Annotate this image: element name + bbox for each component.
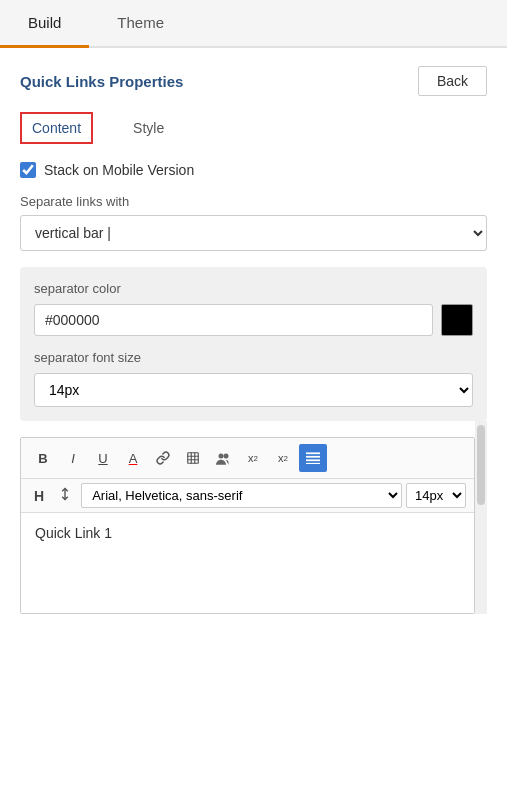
header-row: Quick Links Properties Back xyxy=(20,66,487,96)
line-height-button[interactable] xyxy=(53,484,77,507)
editor-font-size-select[interactable]: 14px 8px 10px 12px 16px 18px 20px 24px xyxy=(406,483,466,508)
separator-color-label: separator color xyxy=(34,281,473,296)
separator-settings-panel: separator color separator font size 14px… xyxy=(20,267,487,421)
editor-container: B I U A xyxy=(20,437,475,614)
editor-toolbar-row1: B I U A xyxy=(21,438,474,479)
stack-mobile-row: Stack on Mobile Version xyxy=(20,162,487,178)
svg-rect-10 xyxy=(306,463,320,464)
link-button[interactable] xyxy=(149,444,177,472)
users-button[interactable] xyxy=(209,444,237,472)
bold-button[interactable]: B xyxy=(29,444,57,472)
page-title: Quick Links Properties xyxy=(20,73,183,90)
editor-outer: B I U A xyxy=(20,421,487,614)
sub-tabs: Content Style xyxy=(20,112,487,144)
svg-point-6 xyxy=(223,453,228,458)
main-content: Quick Links Properties Back Content Styl… xyxy=(0,48,507,614)
table-button[interactable] xyxy=(179,444,207,472)
stack-mobile-label: Stack on Mobile Version xyxy=(44,162,194,178)
editor-scroll-area: B I U A xyxy=(20,421,475,614)
tab-style[interactable]: Style xyxy=(121,112,176,144)
svg-rect-9 xyxy=(306,459,320,461)
stack-mobile-checkbox[interactable] xyxy=(20,162,36,178)
tab-build[interactable]: Build xyxy=(0,0,89,48)
superscript-button[interactable]: x2 xyxy=(239,444,267,472)
svg-point-5 xyxy=(218,453,223,458)
svg-rect-7 xyxy=(306,452,320,454)
editor-toolbar-row2: H Arial, Helvetica, sans-serif Georgia, … xyxy=(21,479,474,513)
tab-content[interactable]: Content xyxy=(20,112,93,144)
separator-font-size-label: separator font size xyxy=(34,350,473,365)
scrollbar-track[interactable] xyxy=(475,421,487,614)
separator-font-size-select[interactable]: 14px 8px 10px 12px 16px 18px 20px 24px xyxy=(34,373,473,407)
font-family-select[interactable]: Arial, Helvetica, sans-serif Georgia, se… xyxy=(81,483,402,508)
font-color-button[interactable]: A xyxy=(119,444,147,472)
svg-rect-0 xyxy=(188,453,199,464)
separate-links-select[interactable]: vertical bar | none bullet • dash - xyxy=(20,215,487,251)
separate-links-label: Separate links with xyxy=(20,194,487,209)
back-button[interactable]: Back xyxy=(418,66,487,96)
separator-color-row xyxy=(34,304,473,336)
align-button[interactable] xyxy=(299,444,327,472)
editor-content[interactable]: Quick Link 1 xyxy=(21,513,474,613)
subscript-button[interactable]: x2 xyxy=(269,444,297,472)
underline-button[interactable]: U xyxy=(89,444,117,472)
svg-rect-8 xyxy=(306,456,320,458)
scrollbar-thumb[interactable] xyxy=(477,425,485,505)
italic-button[interactable]: I xyxy=(59,444,87,472)
top-tabs-bar: Build Theme xyxy=(0,0,507,48)
separator-color-swatch[interactable] xyxy=(441,304,473,336)
heading-button[interactable]: H xyxy=(29,485,49,507)
tab-theme[interactable]: Theme xyxy=(89,0,192,48)
separator-color-input[interactable] xyxy=(34,304,433,336)
